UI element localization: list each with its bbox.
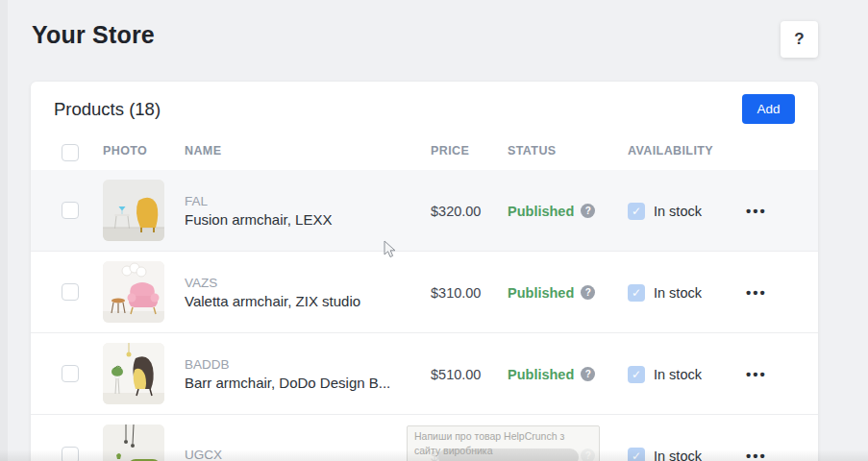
taskbar-hover-tooltip: Напиши про товар HelpCrunch з сайту виро… [407, 425, 600, 461]
status-help-icon[interactable]: ? [581, 204, 595, 218]
page-title: Your Store [32, 21, 155, 49]
row-menu-icon[interactable]: ••• [746, 170, 767, 252]
in-stock-checkbox[interactable]: ✓ [628, 448, 645, 461]
help-button[interactable]: ? [781, 21, 818, 58]
in-stock-checkbox[interactable]: ✓ [628, 203, 645, 220]
in-stock-checkbox[interactable]: ✓ [628, 366, 645, 383]
product-sku: FAL [185, 194, 332, 208]
column-header-availability: AVAILABILITY [628, 144, 713, 158]
product-price: $310.00 [431, 252, 481, 333]
row-checkbox[interactable] [62, 447, 79, 461]
status-help-icon[interactable]: ? [581, 285, 595, 300]
row-checkbox[interactable] [62, 202, 79, 219]
status-help-icon[interactable]: ? [581, 367, 595, 381]
availability-label: In stock [654, 449, 702, 461]
product-name: Valetta armchair, ZIX studio [185, 293, 360, 309]
mouse-cursor-icon [384, 240, 397, 263]
availability-label: In stock [654, 285, 702, 301]
row-menu-icon[interactable]: ••• [746, 252, 767, 333]
product-sku: BADDB [185, 357, 390, 372]
table-header-row: PHOTO NAME PRICE STATUS AVAILABILITY [31, 136, 818, 170]
column-header-price: PRICE [431, 144, 469, 158]
column-header-status: STATUS [508, 144, 557, 158]
product-photo-brown-armchair [103, 343, 164, 404]
add-product-button[interactable]: Add [742, 94, 795, 124]
products-card-header: Products (18) Add [31, 82, 818, 136]
product-name: Fusion armchair, LEXX [185, 211, 332, 228]
table-body: FAL Fusion armchair, LEXX $320.00 Publis… [31, 170, 818, 461]
select-all-checkbox[interactable] [62, 144, 79, 161]
column-header-photo: PHOTO [103, 144, 147, 158]
table-row: VAZS Valetta armchair, ZIX studio $310.0… [31, 252, 818, 333]
product-photo-pink-armchair [103, 261, 164, 323]
table-row: BADDB Barr armchair, DoDo Design B... $5… [31, 333, 818, 415]
status-badge: Published [508, 367, 574, 382]
frame-edge-left [0, 0, 8, 461]
row-menu-icon[interactable]: ••• [746, 415, 767, 461]
status-badge: Published [508, 204, 574, 219]
product-sku: VAZS [185, 276, 360, 290]
table-row: FAL Fusion armchair, LEXX $320.00 Publis… [31, 170, 818, 252]
availability-label: In stock [654, 204, 702, 219]
tooltip-line: Напиши про товар HelpCrunch з сайту виро… [414, 429, 592, 458]
product-price: $510.00 [431, 333, 481, 415]
product-sku: UGCX [185, 448, 222, 461]
row-checkbox[interactable] [62, 283, 79, 301]
row-menu-icon[interactable]: ••• [746, 333, 767, 415]
in-stock-checkbox[interactable]: ✓ [628, 284, 645, 302]
product-name: Barr armchair, DoDo Design B... [185, 375, 390, 391]
row-checkbox[interactable] [62, 365, 79, 382]
availability-label: In stock [654, 367, 702, 382]
product-price: $320.00 [431, 170, 481, 252]
status-badge: Published [508, 285, 574, 301]
column-header-name: NAME [185, 144, 221, 158]
products-card: Products (18) Add PHOTO NAME PRICE STATU… [31, 82, 818, 461]
products-heading: Products (18) [54, 99, 161, 120]
product-photo-green-sofa [103, 425, 164, 461]
product-photo-yellow-armchair [103, 180, 164, 241]
